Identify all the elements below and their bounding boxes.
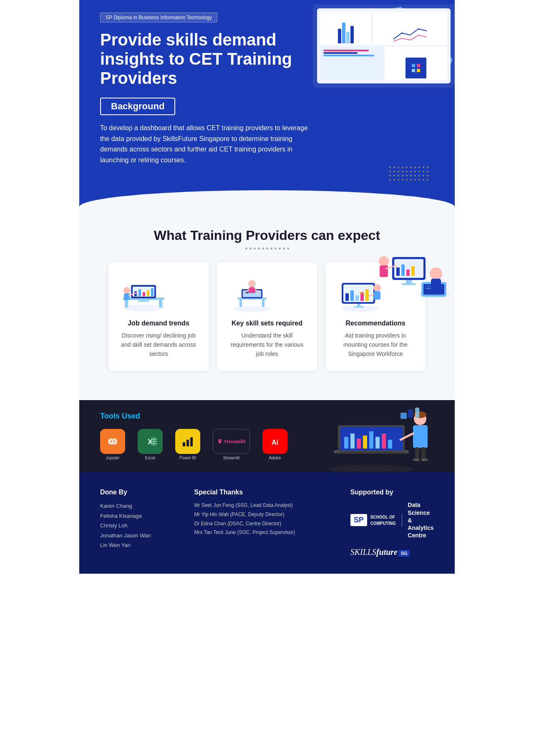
dsac-label: Data Science &Analytics Centre — [408, 501, 434, 539]
excel-badge: X — [138, 429, 163, 454]
svg-point-71 — [111, 440, 114, 443]
done-by-members: Karen Chang Felisha Kisanaga Christy Loh… — [100, 501, 178, 550]
hero-description: To develop a dashboard that allows CET t… — [100, 123, 317, 165]
wave-divider — [79, 190, 455, 207]
svg-rect-106 — [400, 413, 407, 419]
card-desc-1: Discover rising/ declining job and skill… — [118, 331, 199, 358]
svg-rect-57 — [350, 290, 354, 301]
svg-rect-31 — [147, 290, 149, 296]
svg-rect-90 — [350, 433, 355, 449]
card-skill-sets: Key skill sets required Understand the s… — [217, 262, 317, 371]
jupyter-badge — [100, 429, 125, 454]
special-thanks-heading: Special Thanks — [194, 489, 334, 496]
svg-point-19 — [379, 256, 389, 266]
skillsfuture-logo: SKILLSfutureSG — [350, 547, 434, 557]
school-label: SCHOOL OF — [370, 514, 396, 520]
svg-point-38 — [233, 306, 271, 312]
member-5: Lin Wen Yan — [100, 540, 178, 550]
thanks-4: Mrs Tan Teck June (SOC, Project Supervis… — [194, 528, 334, 537]
svg-point-22 — [123, 305, 164, 311]
svg-rect-46 — [250, 293, 255, 294]
svg-rect-58 — [355, 295, 359, 301]
svg-rect-105 — [421, 459, 428, 461]
svg-rect-18 — [402, 283, 416, 285]
svg-rect-95 — [382, 433, 386, 449]
svg-text:Ai: Ai — [272, 439, 278, 446]
svg-rect-40 — [239, 300, 242, 307]
hero-badge: SP Diploma in Business Information Techn… — [100, 13, 217, 23]
card-icon-job-demand — [118, 275, 169, 312]
streamlit-badge: ♛ Streamlit — [213, 429, 250, 454]
svg-rect-81 — [186, 440, 189, 446]
svg-rect-103 — [421, 447, 426, 460]
what-section-wrapper: What Training Providers can expect — [79, 207, 455, 400]
adobe-label: Adobe — [269, 456, 281, 460]
svg-rect-91 — [357, 438, 361, 449]
svg-rect-2 — [412, 69, 415, 72]
thanks-3: Dr Edna Chan (DSAC, Centre Director) — [194, 519, 334, 529]
card-title-2: Key skill sets required — [227, 320, 307, 327]
svg-rect-16 — [411, 266, 415, 276]
svg-rect-14 — [401, 265, 405, 276]
svg-rect-0 — [412, 64, 415, 67]
background-label: Background — [100, 98, 175, 115]
svg-rect-56 — [345, 293, 349, 301]
tools-section: Tools Used Jupyter X — [79, 400, 455, 472]
svg-point-9 — [430, 267, 442, 280]
svg-rect-17 — [406, 280, 412, 283]
tool-adobe: Ai Adobe — [262, 429, 287, 460]
svg-rect-89 — [344, 437, 348, 449]
hero-section: SP Diploma in Business Information Techn… — [79, 0, 455, 190]
powerbi-label: Power BI — [179, 456, 196, 460]
svg-rect-96 — [388, 440, 392, 449]
svg-rect-102 — [415, 447, 419, 460]
analyst-illustration — [371, 224, 455, 307]
svg-rect-108 — [415, 408, 419, 418]
powerbi-badge — [175, 429, 200, 454]
svg-rect-32 — [151, 288, 154, 296]
svg-rect-3 — [417, 69, 420, 72]
tool-streamlit: ♛ Streamlit Streamlit — [213, 429, 250, 460]
card-icon-skill-sets — [227, 275, 277, 312]
footer-special-thanks: Special Thanks Mr Seet Jun Feng (SSG, Le… — [194, 489, 334, 557]
footer-supported-by: Supported by SP SCHOOL OF COMPUTING Data… — [350, 489, 434, 557]
tool-powerbi: Power BI — [175, 429, 200, 460]
svg-rect-1 — [417, 64, 420, 67]
card-job-demand: Job demand trends Discover rising/ decli… — [108, 262, 209, 371]
dashboard-preview — [313, 4, 455, 88]
sp-logo: SP SCHOOL OF COMPUTING Data Science &Ana… — [350, 501, 434, 539]
svg-rect-24 — [125, 300, 128, 307]
svg-rect-82 — [190, 437, 193, 446]
adobe-badge: Ai — [262, 429, 287, 454]
svg-rect-93 — [369, 431, 373, 449]
tools-illustration — [300, 400, 446, 472]
svg-rect-13 — [396, 267, 400, 276]
svg-rect-10 — [431, 279, 441, 291]
member-2: Felisha Kisanaga — [100, 511, 178, 521]
svg-rect-52 — [254, 282, 255, 288]
hero-title: Provide skills demand insights to CET Tr… — [100, 30, 317, 88]
svg-rect-80 — [183, 442, 185, 446]
svg-rect-107 — [408, 409, 413, 418]
card-desc-3: Aid training providers in mounting cours… — [335, 331, 416, 358]
card-title-1: Job demand trends — [118, 320, 199, 327]
footer-done-by: Done By Karen Chang Felisha Kisanaga Chr… — [100, 489, 178, 557]
card-title-3: Recommendations — [335, 320, 416, 327]
svg-rect-98 — [413, 425, 428, 448]
member-1: Karen Chang — [100, 501, 178, 511]
streamlit-label: Streamlit — [223, 456, 239, 460]
excel-label: Excel — [145, 456, 155, 460]
thanks-2: Mr Yip Hin Wah (PACE, Deputy Director) — [194, 510, 334, 519]
svg-rect-36 — [124, 293, 130, 300]
tool-excel: X Excel — [138, 429, 163, 460]
svg-rect-97 — [334, 452, 409, 453]
svg-rect-25 — [159, 300, 162, 307]
supported-by-heading: Supported by — [350, 489, 434, 496]
svg-rect-41 — [262, 300, 264, 307]
sg-badge: SG — [399, 550, 410, 557]
special-thanks-people: Mr Seet Jun Feng (SSG, Lead Data Analyst… — [194, 501, 334, 537]
decorative-dots — [388, 165, 430, 182]
computing-label: COMPUTING — [370, 521, 396, 526]
svg-rect-51 — [249, 282, 250, 288]
svg-rect-30 — [143, 292, 145, 296]
